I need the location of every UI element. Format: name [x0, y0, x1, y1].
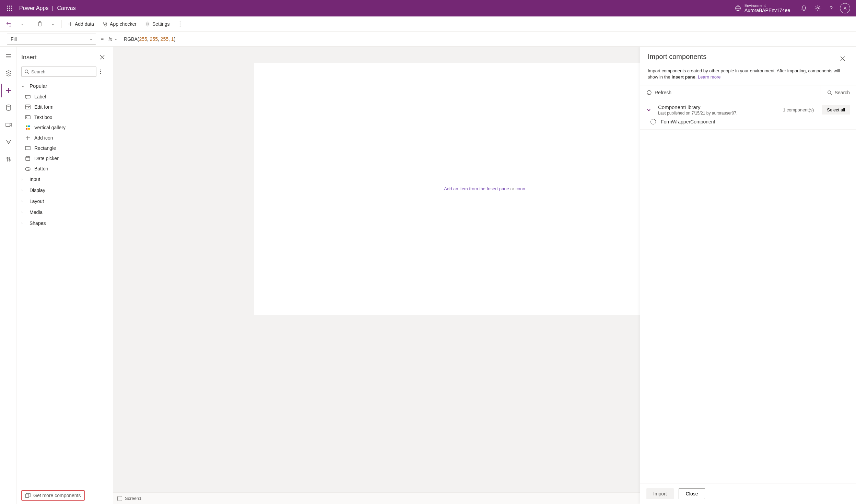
screen-checkbox[interactable] [117, 496, 122, 501]
avatar[interactable]: A [838, 1, 852, 15]
insert-item-text: Edit form [34, 104, 54, 110]
group-label: Media [30, 209, 43, 215]
svg-point-0 [7, 6, 8, 7]
insert-group-shapes[interactable]: ›Shapes [16, 218, 113, 229]
insert-item-edit-form[interactable]: Edit form [16, 102, 113, 112]
canvas-hint-link2[interactable]: conn [515, 186, 525, 191]
component-row[interactable]: FormWrapperComponent [646, 116, 850, 125]
component-count: 1 component(s) [783, 107, 814, 112]
brand-right: Canvas [57, 5, 75, 11]
environment-selector[interactable]: Environment AuroraBAPEnv174ee [735, 3, 790, 13]
expand-library-chevron[interactable] [646, 108, 653, 112]
formula-arg-0: 255 [139, 36, 147, 42]
formula-bar: Fill ⌄ = fx ⌄ RGBA(255, 255, 255, 1) [0, 32, 856, 47]
insert-item-label[interactable]: Label [16, 92, 113, 102]
get-more-components-button[interactable]: Get more components [21, 490, 85, 501]
fx-menu[interactable]: fx ⌄ [108, 36, 117, 42]
refresh-button[interactable]: Refresh [646, 90, 671, 95]
search-icon [24, 69, 29, 74]
rail-advanced[interactable] [1, 135, 15, 149]
rail-insert[interactable] [1, 84, 15, 97]
rail-media[interactable] [1, 118, 15, 132]
drawer-search[interactable]: Search [821, 85, 850, 100]
property-name: Fill [11, 36, 17, 42]
undo-button[interactable] [3, 18, 15, 30]
rail-hamburger[interactable] [1, 49, 15, 63]
insert-search-input[interactable] [31, 69, 93, 74]
paste-button[interactable] [34, 18, 46, 30]
insert-item-rectangle[interactable]: Rectangle [16, 143, 113, 153]
titlebar: Power Apps | Canvas Environment AuroraBA… [0, 0, 856, 16]
insert-item-add-icon[interactable]: Add icon [16, 133, 113, 143]
rail-data[interactable] [1, 101, 15, 115]
insert-item-button[interactable]: Button [16, 164, 113, 174]
app-checker-button[interactable]: App checker [99, 19, 140, 29]
svg-point-22 [180, 25, 181, 26]
property-selector[interactable]: Fill ⌄ [7, 34, 96, 45]
components-icon [25, 493, 31, 498]
insert-group-layout[interactable]: ›Layout [16, 196, 113, 207]
desc-text-2: . [695, 74, 698, 80]
svg-point-2 [11, 6, 12, 7]
insert-overflow-menu[interactable] [100, 69, 108, 74]
insert-group-display[interactable]: ›Display [16, 185, 113, 196]
insert-item-date-picker[interactable]: Date picker [16, 153, 113, 164]
svg-point-39 [25, 70, 28, 73]
drawer-search-label: Search [835, 90, 850, 95]
notifications-icon[interactable] [797, 1, 811, 15]
gear-icon [145, 21, 150, 27]
formula-arg-1: 255 [150, 36, 158, 42]
label-icon [25, 94, 31, 100]
settings-button[interactable]: Settings [141, 19, 173, 29]
formula-arg-3: 1 [171, 36, 174, 42]
svg-point-7 [9, 10, 10, 11]
svg-point-41 [100, 70, 101, 70]
component-radio[interactable] [650, 119, 656, 124]
brand: Power Apps | Canvas [19, 5, 76, 11]
insert-item-vertical-gallery[interactable]: Vertical gallery [16, 122, 113, 133]
insert-search[interactable] [21, 67, 96, 77]
svg-rect-14 [38, 22, 41, 26]
insert-item-text: Label [34, 94, 46, 99]
import-components-drawer: Import components Import components crea… [640, 47, 856, 504]
svg-point-12 [817, 7, 818, 9]
select-all-button[interactable]: Select all [822, 105, 850, 115]
env-value: AuroraBAPEnv174ee [744, 8, 790, 13]
insert-group-input[interactable]: ›Input [16, 174, 113, 185]
plus-icon [25, 135, 31, 141]
overflow-menu[interactable] [174, 18, 186, 30]
settings-gear-icon[interactable] [811, 1, 824, 15]
close-drawer-button[interactable] [837, 53, 848, 64]
paste-menu-chevron[interactable]: ⌄ [47, 18, 59, 30]
insert-item-text-box[interactable]: Text box [16, 112, 113, 122]
formula-input[interactable]: RGBA(255, 255, 255, 1) [122, 35, 849, 43]
add-data-button[interactable]: Add data [65, 19, 97, 29]
refresh-icon [646, 90, 652, 95]
canvas-hint-link[interactable]: Add an item from the Insert pane [444, 186, 509, 191]
insert-group-popular[interactable]: ⌄ Popular [16, 80, 113, 92]
close-button[interactable]: Close [679, 488, 705, 499]
svg-line-66 [830, 94, 832, 95]
svg-point-4 [9, 8, 10, 9]
learn-more-link[interactable]: Learn more [698, 74, 720, 80]
rail-tree-view[interactable] [1, 67, 15, 80]
component-library: ComponentLibrary Last published on 7/15/… [640, 100, 856, 130]
formula-arg-2: 255 [161, 36, 168, 42]
insert-group-media[interactable]: ›Media [16, 207, 113, 218]
fx-label: fx [108, 36, 112, 42]
app-launcher-icon[interactable] [4, 3, 15, 14]
chevron-down-icon: ⌄ [21, 84, 26, 88]
chevron-down-icon: ⌄ [90, 37, 92, 41]
svg-point-5 [11, 8, 12, 9]
rail-tools[interactable] [1, 152, 15, 166]
svg-point-36 [9, 159, 10, 161]
help-icon[interactable] [824, 1, 838, 15]
close-insert-pane[interactable] [96, 51, 108, 63]
separator [31, 20, 31, 28]
import-button[interactable]: Import [646, 488, 674, 499]
svg-rect-52 [26, 128, 27, 130]
undo-menu-chevron[interactable]: ⌄ [16, 18, 28, 30]
svg-point-42 [100, 71, 101, 72]
svg-rect-57 [26, 157, 30, 160]
svg-point-28 [7, 105, 11, 106]
